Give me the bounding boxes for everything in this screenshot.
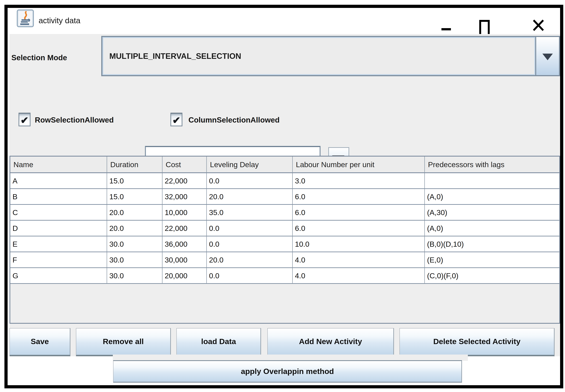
cell-cost[interactable]: 30,000	[162, 252, 207, 268]
checkmark-icon: ✔	[172, 115, 181, 126]
selection-mode-combobox[interactable]: MULTIPLE_INTERVAL_SELECTION	[101, 36, 560, 76]
remove-all-button[interactable]: Remove all	[76, 328, 171, 356]
activity-table: Name Duration Cost Leveling Delay Labour…	[10, 156, 560, 324]
cell-duration[interactable]: 30.0	[107, 252, 162, 268]
cell-duration[interactable]: 20.0	[107, 205, 162, 221]
title-bar[interactable]: activity data ✕	[8, 8, 560, 34]
checkbox-row: ✔ RowSelectionAllowed ✔ ColumnSelectionA…	[8, 113, 560, 128]
column-selection-label: ColumnSelectionAllowed	[188, 113, 280, 128]
cell-name[interactable]: G	[10, 268, 107, 284]
cell-duration[interactable]: 20.0	[107, 221, 162, 236]
column-selection-checkbox[interactable]: ✔	[170, 113, 182, 126]
cell-name[interactable]: D	[10, 221, 107, 236]
combobox-value: MULTIPLE_INTERVAL_SELECTION	[109, 38, 241, 74]
cell-labour-number[interactable]: 6.0	[293, 205, 425, 221]
cell-duration[interactable]: 15.0	[107, 189, 162, 205]
apply-button-panel	[113, 354, 468, 361]
java-icon	[17, 10, 34, 27]
column-header-leveling-delay[interactable]: Leveling Delay	[207, 156, 293, 173]
cell-labour-number[interactable]: 4.0	[293, 252, 425, 268]
cell-cost[interactable]: 10,000	[162, 205, 207, 221]
left-margin	[8, 34, 10, 385]
cell-leveling-delay[interactable]: 20.0	[207, 189, 293, 205]
row-selection-checkbox[interactable]: ✔	[18, 113, 30, 126]
cell-leveling-delay[interactable]: 0.0	[207, 236, 293, 252]
cell-leveling-delay[interactable]: 0.0	[207, 221, 293, 236]
delete-selected-activity-button[interactable]: Delete Selected Activity	[400, 328, 555, 356]
table-row: B 15.0 32,000 20.0 6.0 (A,0)	[10, 189, 559, 205]
cell-predecessors[interactable]: (B,0)(D,10)	[425, 236, 559, 252]
minimize-icon[interactable]	[441, 28, 451, 30]
column-header-predecessors[interactable]: Predecessors with lags	[425, 156, 559, 173]
cell-labour-number[interactable]: 3.0	[293, 173, 425, 189]
save-button[interactable]: Save	[10, 328, 70, 356]
table-row: C 20.0 10,000 35.0 6.0 (A,30)	[10, 205, 559, 221]
cell-cost[interactable]: 32,000	[162, 189, 207, 205]
cell-cost[interactable]: 20,000	[162, 268, 207, 284]
cell-leveling-delay[interactable]: 35.0	[207, 205, 293, 221]
cell-duration[interactable]: 15.0	[107, 173, 162, 189]
table-row: E 30.0 36,000 0.0 10.0 (B,0)(D,10)	[10, 236, 559, 252]
cell-name[interactable]: C	[10, 205, 107, 221]
apply-overlapping-method-button[interactable]: apply Overlappin method	[113, 360, 462, 383]
cell-name[interactable]: F	[10, 252, 107, 268]
add-new-activity-button[interactable]: Add New Activity	[267, 328, 394, 356]
combobox-field[interactable]: MULTIPLE_INTERVAL_SELECTION	[102, 37, 535, 75]
cell-cost[interactable]: 22,000	[162, 221, 207, 236]
activity-data-window: activity data ✕ Selection Mode MULTIPLE_…	[4, 5, 563, 388]
cell-labour-number[interactable]: 10.0	[293, 236, 425, 252]
cell-labour-number[interactable]: 4.0	[293, 268, 425, 284]
cell-duration[interactable]: 30.0	[107, 268, 162, 284]
cell-predecessors[interactable]: (A,0)	[425, 189, 559, 205]
cell-predecessors[interactable]: (A,30)	[425, 205, 559, 221]
load-data-button[interactable]: load Data	[176, 328, 261, 356]
window-title: activity data	[39, 8, 80, 34]
close-icon[interactable]: ✕	[530, 16, 547, 36]
table-row: D 20.0 22,000 0.0 6.0 (A,0)	[10, 221, 559, 236]
cell-cost[interactable]: 22,000	[162, 173, 207, 189]
cell-predecessors[interactable]: (C,0)(F,0)	[425, 268, 559, 284]
column-header-cost[interactable]: Cost	[162, 156, 207, 173]
cell-labour-number[interactable]: 6.0	[293, 221, 425, 236]
cell-cost[interactable]: 36,000	[162, 236, 207, 252]
cell-predecessors[interactable]	[425, 173, 559, 189]
cell-labour-number[interactable]: 6.0	[293, 189, 425, 205]
selection-mode-label: Selection Mode	[11, 50, 67, 66]
cell-predecessors[interactable]: (E,0)	[425, 252, 559, 268]
column-header-labour-number[interactable]: Labour Number per unit	[293, 156, 425, 173]
checkmark-icon: ✔	[20, 115, 29, 126]
cell-name[interactable]: B	[10, 189, 107, 205]
cell-name[interactable]: A	[10, 173, 107, 189]
content-pane: Selection Mode MULTIPLE_INTERVAL_SELECTI…	[8, 34, 560, 385]
cell-name[interactable]: E	[10, 236, 107, 252]
column-header-name[interactable]: Name	[10, 156, 107, 173]
chevron-down-icon	[542, 54, 553, 60]
cell-leveling-delay[interactable]: 0.0	[207, 268, 293, 284]
table-row: F 30.0 30,000 20.0 4.0 (E,0)	[10, 252, 559, 268]
table-header-row: Name Duration Cost Leveling Delay Labour…	[10, 156, 559, 173]
cell-leveling-delay[interactable]: 20.0	[207, 252, 293, 268]
row-selection-label: RowSelectionAllowed	[35, 113, 114, 128]
table-row: G 30.0 20,000 0.0 4.0 (C,0)(F,0)	[10, 268, 559, 284]
table-row: A 15.0 22,000 0.0 3.0	[10, 173, 559, 189]
combobox-dropdown-button[interactable]	[535, 37, 559, 75]
cell-leveling-delay[interactable]: 0.0	[207, 173, 293, 189]
cell-predecessors[interactable]: (A,0)	[425, 221, 559, 236]
column-header-duration[interactable]: Duration	[107, 156, 162, 173]
cell-duration[interactable]: 30.0	[107, 236, 162, 252]
